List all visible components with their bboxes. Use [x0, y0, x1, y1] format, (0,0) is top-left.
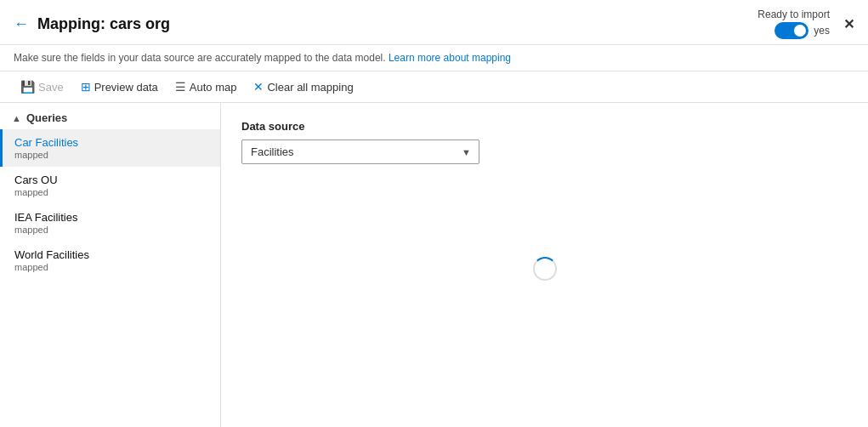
automap-label: Auto map — [190, 81, 237, 94]
ready-to-import: Ready to import yes — [757, 9, 830, 39]
sidebar-section-header: ▲ Queries — [0, 103, 220, 129]
toggle-row: yes — [774, 22, 830, 39]
clear-label: Clear all mapping — [267, 81, 353, 94]
ready-label: Ready to import — [757, 9, 830, 20]
toggle-yes-label: yes — [814, 25, 830, 37]
sidebar-item-iea-facilities[interactable]: IEA Facilities mapped — [0, 204, 220, 242]
chevron-icon: ▲ — [12, 113, 21, 123]
sidebar-item-name: World Facilities — [14, 248, 208, 261]
sidebar-item-world-facilities[interactable]: World Facilities mapped — [0, 242, 220, 279]
sidebar-item-status: mapped — [14, 262, 208, 272]
data-source-select-wrapper: Facilities ▼ — [241, 139, 479, 164]
sidebar-item-cars-ou[interactable]: Cars OU mapped — [0, 167, 220, 204]
auto-map-button[interactable]: ☰ Auto map — [168, 77, 244, 97]
top-bar-right: Ready to import yes ✕ — [757, 9, 854, 39]
preview-label: Preview data — [94, 81, 158, 94]
loading-spinner — [533, 257, 557, 281]
sidebar-item-car-facilities[interactable]: Car Facilities mapped — [0, 129, 220, 167]
preview-data-button[interactable]: ⊞ Preview data — [74, 77, 165, 97]
sidebar-item-name: Cars OU — [14, 174, 208, 186]
sidebar-item-name: Car Facilities — [14, 136, 208, 149]
clear-icon: ✕ — [253, 80, 264, 94]
subtitle-bar: Make sure the fields in your data source… — [0, 45, 868, 71]
sidebar-section-label: Queries — [26, 111, 67, 124]
sidebar-item-name: IEA Facilities — [14, 211, 208, 224]
sidebar-item-status: mapped — [14, 187, 208, 197]
top-bar-left: ← Mapping: cars org — [14, 15, 170, 33]
save-icon: 💾 — [20, 80, 35, 94]
automap-icon: ☰ — [175, 80, 186, 94]
close-button[interactable]: ✕ — [843, 16, 854, 32]
page-title: Mapping: cars org — [37, 15, 170, 33]
learn-more-link[interactable]: Learn more about mapping — [389, 52, 511, 64]
subtitle-text: Make sure the fields in your data source… — [14, 52, 386, 64]
data-source-select[interactable]: Facilities — [241, 139, 479, 164]
data-source-label: Data source — [241, 120, 848, 133]
top-bar: ← Mapping: cars org Ready to import yes … — [0, 0, 868, 45]
content-area: Data source Facilities ▼ — [221, 103, 868, 427]
back-button[interactable]: ← — [14, 15, 29, 33]
sidebar-item-status: mapped — [14, 150, 208, 160]
sidebar: ▲ Queries Car Facilities mapped Cars OU … — [0, 103, 221, 427]
save-button[interactable]: 💾 Save — [14, 77, 71, 97]
preview-icon: ⊞ — [81, 80, 91, 94]
main-layout: ▲ Queries Car Facilities mapped Cars OU … — [0, 103, 868, 427]
sidebar-item-status: mapped — [14, 225, 208, 235]
clear-mapping-button[interactable]: ✕ Clear all mapping — [247, 77, 360, 97]
ready-toggle[interactable] — [774, 22, 808, 39]
save-label: Save — [38, 81, 64, 94]
toolbar: 💾 Save ⊞ Preview data ☰ Auto map ✕ Clear… — [0, 71, 868, 103]
